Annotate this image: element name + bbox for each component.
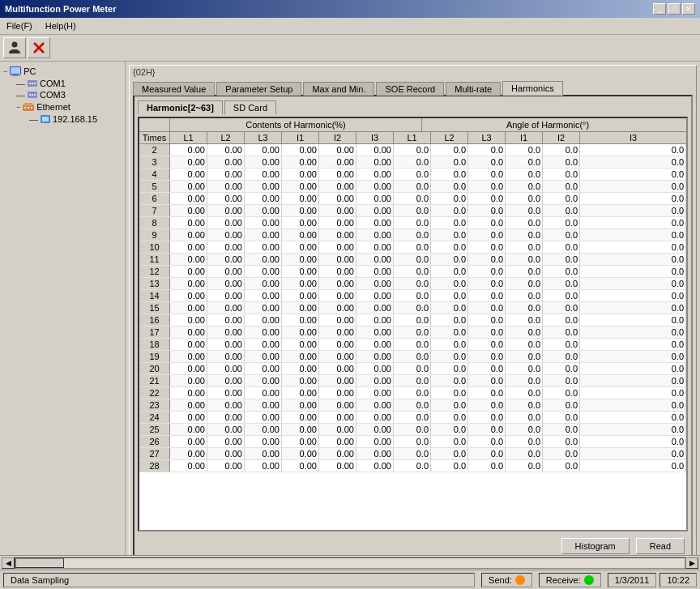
content-cell: 0.00 — [282, 144, 319, 156]
tree-item-pc[interactable]: − PC — [3, 65, 122, 78]
cancel-button[interactable] — [28, 37, 50, 58]
svg-point-13 — [32, 94, 33, 96]
angle-cell: 0.0 — [431, 375, 468, 386]
angle-cell: 0.0 — [394, 144, 431, 156]
content-cell: 0.00 — [245, 156, 282, 168]
content-cell: 0.00 — [319, 387, 356, 399]
content-cell: 0.00 — [207, 448, 245, 459]
angle-cell: 0.0 — [580, 290, 686, 301]
angle-cell: 0.0 — [506, 156, 543, 168]
angle-cell: 0.0 — [468, 424, 506, 435]
content-cell: 0.00 — [356, 339, 394, 350]
table-row: 80.000.000.000.000.000.000.00.00.00.00.0… — [139, 217, 686, 229]
angle-cell: 0.0 — [580, 205, 686, 216]
table-row: 70.000.000.000.000.000.000.00.00.00.00.0… — [139, 205, 686, 217]
content-cell: 0.00 — [170, 254, 207, 265]
angle-cell: 0.0 — [468, 217, 506, 228]
content-cell: 0.00 — [170, 278, 207, 289]
toolbar — [0, 35, 700, 62]
tab-measured-value[interactable]: Measured Value — [133, 82, 215, 96]
times-cell: 4 — [139, 169, 170, 180]
content-cell: 0.00 — [170, 399, 207, 411]
tab-parameter-setup[interactable]: Parameter Setup — [216, 82, 301, 96]
angle-cell: 0.0 — [543, 181, 580, 192]
close-button[interactable]: ✕ — [682, 3, 695, 15]
content-cell: 0.00 — [282, 302, 319, 314]
subtab-harmonic[interactable]: Harmonic[2~63] — [138, 100, 223, 114]
table-row: 20.000.000.000.000.000.000.00.00.00.00.0… — [139, 144, 686, 156]
tab-soe-record[interactable]: SOE Record — [376, 82, 444, 96]
angle-cell: 0.0 — [506, 339, 543, 350]
content-cell: 0.00 — [245, 278, 282, 289]
content-cell: 0.00 — [282, 229, 319, 241]
tab-multi-rate[interactable]: Multi-rate — [446, 82, 501, 96]
col-header-l1-c: L1 — [170, 132, 207, 143]
content-cell: 0.00 — [245, 412, 282, 423]
angle-cell: 0.0 — [506, 424, 543, 435]
content-cell: 0.00 — [319, 412, 356, 423]
tab-harmonics[interactable]: Harmonics — [502, 81, 563, 96]
menu-file[interactable]: File(F) — [3, 19, 36, 32]
tree-label-ethernet: Ethernet — [36, 102, 70, 112]
times-cell: 23 — [139, 399, 170, 411]
tree-item-ethernet[interactable]: − Ethernet — [3, 100, 122, 113]
content-cell: 0.00 — [207, 266, 245, 277]
title-bar: Multifunction Power Meter _ □ ✕ — [0, 0, 700, 18]
subtab-sdcard[interactable]: SD Card — [224, 100, 276, 114]
angle-cell: 0.0 — [468, 363, 506, 374]
receive-indicator — [584, 575, 594, 585]
content-cell: 0.00 — [245, 302, 282, 314]
times-cell: 5 — [139, 181, 170, 192]
content-cell: 0.00 — [170, 205, 207, 216]
table-row: 120.000.000.000.000.000.000.00.00.00.00.… — [139, 266, 686, 278]
content-cell: 0.00 — [282, 254, 319, 265]
scroll-left-button[interactable]: ◀ — [2, 557, 15, 569]
table-row: 250.000.000.000.000.000.000.00.00.00.00.… — [139, 424, 686, 436]
tree-item-ip[interactable]: — 192.168.15 — [3, 113, 122, 125]
status-time: 10:22 — [659, 573, 697, 587]
angle-cell: 0.0 — [394, 266, 431, 277]
pc-icon — [9, 66, 22, 77]
times-cell: 16 — [139, 314, 170, 326]
content-cell: 0.00 — [207, 351, 245, 362]
content-cell: 0.00 — [245, 205, 282, 216]
histogram-button[interactable]: Histogram — [561, 538, 630, 554]
angle-cell: 0.0 — [468, 266, 506, 277]
content-cell: 0.00 — [245, 363, 282, 374]
person-button[interactable] — [3, 37, 26, 58]
maximize-button[interactable]: □ — [668, 3, 681, 15]
read-button[interactable]: Read — [636, 538, 685, 554]
tab-max-min[interactable]: Max and Min. — [303, 82, 374, 96]
svg-point-18 — [28, 107, 29, 109]
content-cell: 0.00 — [356, 229, 394, 241]
angle-cell: 0.0 — [468, 314, 506, 326]
times-cell: 7 — [139, 205, 170, 216]
svg-rect-6 — [11, 67, 20, 74]
content-cell: 0.00 — [319, 460, 356, 472]
content-cell: 0.00 — [319, 193, 356, 204]
angle-cell: 0.0 — [580, 424, 686, 435]
content-cell: 0.00 — [319, 144, 356, 156]
menu-help[interactable]: Help(H) — [42, 19, 79, 32]
content-cell: 0.00 — [282, 387, 319, 399]
content-cell: 0.00 — [207, 254, 245, 265]
angle-cell: 0.0 — [506, 448, 543, 459]
content-cell: 0.00 — [282, 412, 319, 423]
angle-cell: 0.0 — [468, 278, 506, 289]
svg-rect-21 — [42, 117, 49, 122]
tree-item-com1[interactable]: — COM1 — [3, 78, 122, 89]
data-scroll-area[interactable]: 20.000.000.000.000.000.000.00.00.00.00.0… — [139, 144, 686, 530]
scroll-track[interactable] — [15, 557, 685, 569]
minimize-button[interactable]: _ — [653, 3, 666, 15]
table-row: 210.000.000.000.000.000.000.00.00.00.00.… — [139, 375, 686, 387]
angle-cell: 0.0 — [580, 217, 686, 228]
horizontal-scrollbar[interactable]: ◀ ▶ — [0, 555, 700, 570]
tree-item-com3[interactable]: — COM3 — [3, 89, 122, 100]
angle-cell: 0.0 — [468, 399, 506, 411]
scroll-thumb[interactable] — [15, 558, 64, 568]
angle-cell: 0.0 — [543, 302, 580, 314]
scroll-right-button[interactable]: ▶ — [685, 557, 698, 569]
com3-icon — [27, 90, 38, 100]
table-row: 200.000.000.000.000.000.000.00.00.00.00.… — [139, 363, 686, 375]
angle-cell: 0.0 — [468, 229, 506, 241]
